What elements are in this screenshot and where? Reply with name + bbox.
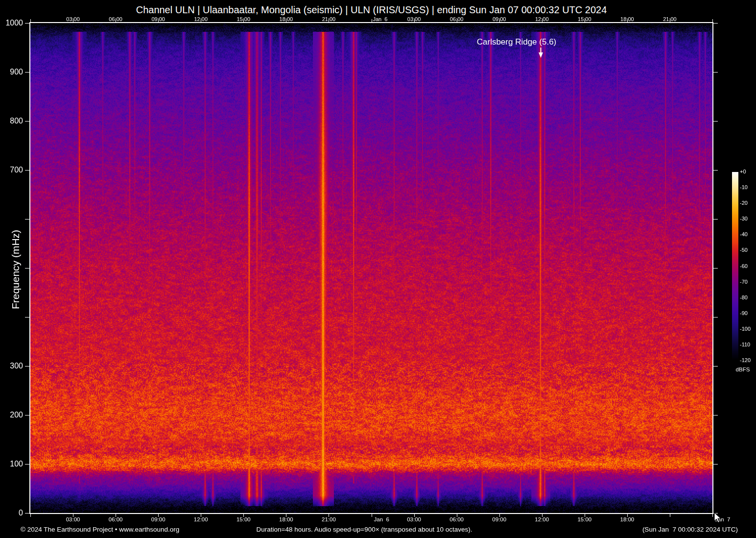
y-tick-label: 900 — [0, 68, 23, 76]
colorbar-tick-label: -50 — [740, 247, 748, 253]
x-tick-label-bottom: 09:00 — [142, 516, 175, 522]
x-tick-label-bottom: 06:00 — [440, 516, 473, 522]
colorbar-tick-label: -40 — [740, 231, 748, 238]
x-tick-label-top: 06:00 — [440, 16, 473, 22]
x-tick-label-bottom: 03:00 — [56, 516, 90, 522]
footer-copyright: © 2024 The Earthsound Project • www.eart… — [21, 526, 179, 533]
colorbar-tick-label: -110 — [740, 342, 750, 348]
x-tick-label-bottom: 18:00 — [611, 516, 644, 522]
x-tick-label-top: 09:00 — [142, 16, 175, 22]
x-tick-label-bottom: 06:00 — [99, 516, 132, 522]
y-axis-title: Frequency (mHz) — [10, 225, 22, 314]
x-tick-label-bottom: 15:00 — [227, 516, 260, 522]
x-tick-label-top: 06:00 — [99, 16, 132, 22]
spectrogram-viewer: Channel ULN | Ulaanbaatar, Mongolia (sei… — [0, 0, 756, 538]
event-annotation: Carlsberg Ridge (5.6) — [458, 37, 575, 47]
colorbar-tick-label: -30 — [740, 216, 748, 222]
footer-timestamp: (Sun Jan 7 00:00:32 2024 UTC) — [642, 526, 738, 533]
x-tick-label-top: 09:00 — [483, 16, 516, 22]
y-tick-label: 800 — [0, 117, 23, 125]
x-tick-label-bottom: 18:00 — [269, 516, 303, 522]
y-tick-label: 100 — [0, 460, 23, 468]
x-tick-label-top: 12:00 — [184, 16, 217, 22]
x-tick-label-top: 03:00 — [56, 16, 90, 22]
x-tick-label-top: 21:00 — [312, 16, 345, 22]
x-tick-label-top: 18:00 — [611, 16, 644, 22]
x-tick-label-bottom: 09:00 — [483, 516, 516, 522]
colorbar-unit-label: dBFS — [728, 367, 756, 372]
y-tick-label: 700 — [0, 166, 23, 174]
y-tick-label: 0 — [0, 509, 23, 517]
colorbar-tick-label: -10 — [740, 184, 748, 191]
x-tick-label-top: 12:00 — [525, 16, 559, 22]
x-tick-label-bottom: 12:00 — [184, 516, 217, 522]
colorbar-tick-label: +0 — [740, 169, 746, 175]
colorbar-tick-label: -100 — [740, 326, 751, 332]
x-tick-label-top: 15:00 — [227, 16, 260, 22]
colorbar-tick-label: -60 — [740, 263, 748, 269]
y-tick-label: 300 — [0, 362, 23, 370]
x-tick-label-top: 15:00 — [568, 16, 601, 22]
page-title: Channel ULN | Ulaanbaatar, Mongolia (sei… — [30, 4, 712, 16]
colorbar-tick-label: -120 — [740, 357, 751, 364]
spectrogram-canvas — [30, 23, 712, 513]
mouse-cursor-icon — [714, 513, 725, 525]
x-tick-label-top: 21:00 — [653, 16, 686, 22]
colorbar-tick-label: -80 — [740, 294, 748, 301]
x-tick-label-top: 03:00 — [398, 16, 431, 22]
colorbar-tick-label: -20 — [740, 200, 748, 206]
x-tick-label-bottom: 12:00 — [525, 516, 559, 522]
y-tick-label: 1000 — [0, 19, 23, 27]
x-tick-label-bottom: 21:00 — [312, 516, 345, 522]
x-tick-label-top: 18:00 — [269, 16, 303, 22]
colorbar — [732, 172, 738, 361]
x-tick-label-bottom: 15:00 — [568, 516, 601, 522]
y-tick-label: 200 — [0, 411, 23, 419]
x-tick-label-bottom: 03:00 — [398, 516, 431, 522]
colorbar-tick-label: -90 — [740, 310, 748, 317]
colorbar-tick-label: -70 — [740, 279, 748, 285]
footer-duration: Duration=48 hours. Audio speed-up=900× (… — [257, 526, 472, 533]
x-tick-label-bottom: Jan 6 — [374, 516, 389, 522]
x-tick-label-top: Jan 6 — [373, 16, 388, 22]
